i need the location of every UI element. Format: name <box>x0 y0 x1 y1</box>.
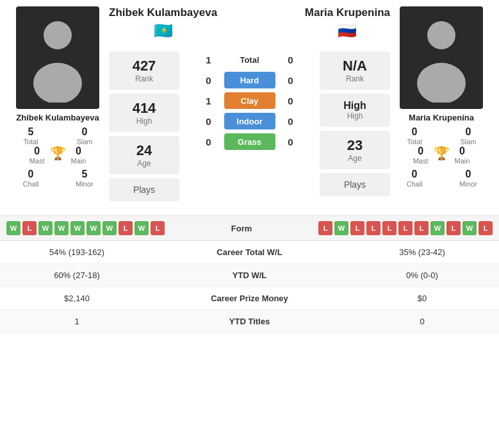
player2-form-badges: LWLLLLLWLWL <box>318 221 493 235</box>
stats-row-label: YTD Titles <box>141 317 358 326</box>
stats-row-p1-value: 60% (27-18) <box>13 270 141 280</box>
stats-row-p2-value: $0 <box>358 294 486 303</box>
form-badge-p1: W <box>135 221 149 235</box>
grass-badge: Grass <box>224 133 275 150</box>
svg-point-1 <box>33 63 82 103</box>
player2-main-label: Main <box>455 157 470 165</box>
grass-p2-score: 0 <box>284 137 297 147</box>
player1-slam-label: Slam <box>60 138 109 145</box>
hard-badge: Hard <box>224 72 275 88</box>
indoor-badge: Indoor <box>224 113 275 129</box>
player1-rank-label: Rank <box>109 74 179 83</box>
stats-row-label: YTD W/L <box>141 270 358 280</box>
form-badge-p2: L <box>398 221 413 235</box>
player1-stats-grid: 5 Total 0 Slam <box>6 126 109 145</box>
player1-mast-cell: 0 Mast <box>29 145 45 165</box>
player2-total-value: 0 <box>390 126 439 138</box>
player2-trophy-row: 0 Mast 🏆 0 Main <box>413 145 470 165</box>
player2-mast-value: 0 <box>413 145 429 157</box>
player2-slam-label: Slam <box>444 138 493 145</box>
player1-form-badges: WLWWWWWLWL <box>6 221 165 235</box>
player1-trophy-icon: 🏆 <box>50 145 66 161</box>
form-badge-p1: W <box>86 221 101 235</box>
player1-slam-cell: 0 Slam <box>60 126 109 145</box>
form-badge-p1: W <box>102 221 117 235</box>
player2-main-value: 0 <box>455 145 470 157</box>
form-badge-p1: W <box>6 221 20 235</box>
player1-chall-value: 0 <box>6 169 55 180</box>
svg-point-3 <box>417 63 466 103</box>
player2-chall-cell: 0 Chall <box>390 169 439 188</box>
svg-point-2 <box>427 21 455 49</box>
player2-rank-value: N/A <box>320 58 390 74</box>
player2-slam-cell: 0 Slam <box>444 126 493 145</box>
stats-row: $2,140Career Prize Money$0 <box>0 287 499 310</box>
player2-age-box: 23 Age <box>320 131 390 169</box>
form-badge-p2: L <box>479 221 493 235</box>
player1-name: Zhibek Kulambayeva <box>16 113 99 122</box>
player1-minor-label: Minor <box>60 180 109 188</box>
stats-row-p1-value: 54% (193-162) <box>13 247 141 257</box>
stats-row-p2-value: 0 <box>358 317 486 326</box>
player2-high-label: High <box>320 112 390 120</box>
player1-mast-value: 0 <box>29 145 45 157</box>
player2-high-box: High High <box>320 94 390 127</box>
player1-slam-value: 0 <box>60 126 109 138</box>
player-right: Maria Krupenina 0 Total 0 Slam 0 Mast 🏆 <box>390 6 493 201</box>
player2-total-label: Total <box>390 138 439 145</box>
player1-chall-label: Chall <box>6 180 55 188</box>
clay-p2-score: 0 <box>284 95 297 106</box>
clay-p1-score: 1 <box>202 95 215 106</box>
player2-plays-label: Plays <box>320 179 390 190</box>
player1-header: Zhibek Kulambayeva 🇰🇿 <box>109 6 217 40</box>
form-badge-p1: W <box>70 221 85 235</box>
player1-total-label: Total <box>6 138 55 145</box>
player1-main-value: 0 <box>71 145 86 157</box>
court-row-total: 1 Total 0 <box>184 51 315 68</box>
player2-chall-value: 0 <box>390 169 439 180</box>
svg-point-0 <box>44 21 72 49</box>
stats-boxes-row: 427 Rank 414 High 24 Age Plays <box>109 51 390 201</box>
player1-rank-box: 427 Rank <box>109 51 179 90</box>
player-left: Zhibek Kulambayeva 5 Total 0 Slam 0 Mast… <box>6 6 109 201</box>
player2-avatar <box>400 6 483 109</box>
hard-p2-score: 0 <box>284 75 297 86</box>
player1-age-label: Age <box>109 159 179 168</box>
player2-stat-boxes: N/A Rank High High 23 Age Plays <box>320 51 390 196</box>
player2-stats-grid: 0 Total 0 Slam <box>390 126 493 145</box>
total-p1-score: 1 <box>202 54 215 65</box>
player1-total-value: 5 <box>6 126 55 138</box>
player1-high-label: High <box>109 117 179 126</box>
stats-row-p1-value: 1 <box>13 317 141 326</box>
form-badge-p2: L <box>318 221 332 235</box>
player2-high-value: High <box>320 100 390 112</box>
court-row-indoor: 0 Indoor 0 <box>184 113 315 129</box>
form-badge-p2: L <box>366 221 380 235</box>
player1-high-box: 414 High <box>109 94 179 132</box>
court-section: 1 Total 0 0 Hard 0 1 Clay 0 <box>184 51 315 150</box>
total-p2-score: 0 <box>284 54 297 65</box>
player2-center-name: Maria Krupenina <box>305 6 390 19</box>
player1-trophy-row: 0 Mast 🏆 0 Main <box>29 145 86 165</box>
form-badge-p1: W <box>54 221 69 235</box>
player1-minor-cell: 5 Minor <box>60 169 109 188</box>
form-badge-p2: W <box>334 221 348 235</box>
player2-rank-box: N/A Rank <box>320 51 390 90</box>
stats-row-label: Career Total W/L <box>141 247 358 257</box>
court-row-clay: 1 Clay 0 <box>184 92 315 109</box>
grass-p1-score: 0 <box>202 137 215 147</box>
stats-row-p2-value: 35% (23-42) <box>358 247 486 257</box>
main-container: Zhibek Kulambayeva 5 Total 0 Slam 0 Mast… <box>0 0 499 333</box>
court-row-grass: 0 Grass 0 <box>184 133 315 150</box>
stats-row-label: Career Prize Money <box>141 294 358 303</box>
form-badge-p2: W <box>462 221 477 235</box>
top-section: Zhibek Kulambayeva 5 Total 0 Slam 0 Mast… <box>0 0 499 208</box>
form-badge-p2: L <box>382 221 397 235</box>
player2-trophy-icon: 🏆 <box>434 145 450 161</box>
form-label: Form <box>231 224 252 233</box>
player2-total-cell: 0 Total <box>390 126 439 145</box>
player2-mast-label: Mast <box>413 157 429 165</box>
player2-chall-label: Chall <box>390 180 439 188</box>
clay-badge: Clay <box>224 92 275 109</box>
player1-plays-box: Plays <box>109 178 179 201</box>
